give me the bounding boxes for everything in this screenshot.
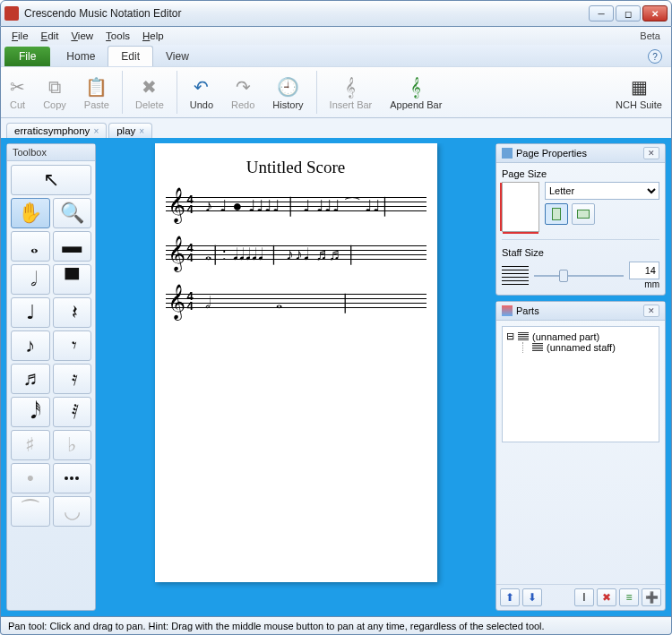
close-tab-icon[interactable]: × <box>93 126 99 136</box>
ribbon-tab-home[interactable]: Home <box>54 47 108 66</box>
quarter-rest-tool[interactable]: 𝄽 <box>53 297 92 328</box>
menu-edit[interactable]: Edit <box>36 30 65 42</box>
minimize-button[interactable]: ─ <box>589 5 614 21</box>
thirtysecond-rest-tool[interactable]: 𝅀 <box>53 397 92 427</box>
copy-icon: ⧉ <box>48 74 61 99</box>
maximize-button[interactable]: ◻ <box>616 5 641 21</box>
rename-button[interactable]: I <box>574 588 594 606</box>
flat-tool[interactable]: ♭ <box>53 430 92 460</box>
ribbon-body: ✂Cut ⧉Copy 📋Paste ✖Delete ↶Undo ↷Redo 🕘H… <box>1 66 671 118</box>
parts-tree[interactable]: ⊟(unnamed part) (unnamed staff) <box>502 326 659 442</box>
half-rest-tool[interactable]: ▀ <box>53 264 92 295</box>
tie-tool[interactable]: ⁀ <box>11 496 50 527</box>
cut-button[interactable]: ✂Cut <box>1 67 34 117</box>
pan-tool[interactable]: ✋ <box>11 198 50 228</box>
thirtysecond-note-tool[interactable]: 𝅘𝅥𝅰 <box>11 397 50 427</box>
delete-button[interactable]: ✖Delete <box>126 67 173 117</box>
doc-tab-erraticsymphony[interactable]: erraticsymphony× <box>6 123 107 138</box>
menu-view[interactable]: View <box>65 30 99 42</box>
app-icon <box>4 6 19 21</box>
doc-tab-play[interactable]: play× <box>108 123 152 138</box>
paste-button[interactable]: 📋Paste <box>75 67 118 117</box>
sixteenth-rest-tool[interactable]: 𝄿 <box>53 364 92 394</box>
history-button[interactable]: 🕘History <box>263 67 312 117</box>
insert-bar-button[interactable]: 𝄞Insert Bar <box>321 67 382 117</box>
time-signature: 44 <box>187 243 194 262</box>
parts-toolbar: ⬆ ⬇ I ✖ ≡ ➕ <box>496 584 665 610</box>
eighth-rest-tool[interactable]: 𝄾 <box>53 330 92 361</box>
staff-size-input[interactable]: 14 <box>629 262 659 279</box>
scissors-icon: ✂ <box>10 74 25 99</box>
sharp-tool[interactable]: ♯ <box>11 430 50 460</box>
history-icon: 🕘 <box>277 74 299 99</box>
portrait-button[interactable] <box>545 203 568 225</box>
copy-button[interactable]: ⧉Copy <box>34 67 75 117</box>
toolbox-panel: Toolbox ↖ ✋ 🔍 𝅝 ▬ 𝅗𝅥 ▀ ♩ 𝄽 ♪ 𝄾 ♬ 𝄿 𝅘𝅥𝅰 𝅀… <box>6 143 96 611</box>
score-page: Untitled Score 𝄞 44 ♪ ♩ ● ♩♩♩♩ │ ♩ ♩♩♩ ⁀… <box>155 143 437 582</box>
sixteenth-note-tool[interactable]: ♬ <box>11 364 50 394</box>
undo-icon: ↶ <box>194 74 209 99</box>
add-part-button[interactable]: ➕ <box>642 588 661 606</box>
zoom-tool[interactable]: 🔍 <box>53 198 92 228</box>
toolbox-title: Toolbox <box>7 144 95 161</box>
treble-clef-icon: 𝄞 <box>168 285 185 320</box>
undo-button[interactable]: ↶Undo <box>181 67 222 117</box>
ribbon-tabs: File Home Edit View ? <box>1 45 671 66</box>
treble-clef-icon: 𝄞 <box>168 236 185 271</box>
triplet-tool[interactable] <box>53 463 92 493</box>
redo-icon: ↷ <box>236 74 251 99</box>
separator <box>177 71 177 114</box>
page-size-select[interactable]: Letter <box>545 182 659 200</box>
redo-button[interactable]: ↷Redo <box>222 67 263 117</box>
tree-part-item[interactable]: ⊟(unnamed part) <box>506 330 655 342</box>
pointer-tool[interactable]: ↖ <box>11 165 91 195</box>
move-up-button[interactable]: ⬆ <box>500 588 520 606</box>
notes: 𝅝 │: ♩♩♩♩♩ │ ♪♪♩ ♬♬ │ <box>205 235 423 274</box>
move-down-button[interactable]: ⬇ <box>522 588 542 606</box>
panel-close-button[interactable]: ✕ <box>643 305 659 317</box>
whole-rest-tool[interactable]: ▬ <box>53 231 92 262</box>
panel-title: Parts <box>516 305 539 316</box>
dot-tool[interactable]: • <box>11 463 50 493</box>
close-button[interactable]: ✕ <box>642 5 668 21</box>
page-properties-panel: Page Properties ✕ Page Size Letter <box>495 143 666 296</box>
collapse-icon[interactable]: ⊟ <box>506 330 514 342</box>
staff-size-slider[interactable] <box>534 268 624 284</box>
slur-tool[interactable]: ◡ <box>53 496 92 527</box>
panel-close-button[interactable]: ✕ <box>643 147 659 159</box>
workspace: Toolbox ↖ ✋ 🔍 𝅝 ▬ 𝅗𝅥 ▀ ♩ 𝄽 ♪ 𝄾 ♬ 𝄿 𝅘𝅥𝅰 𝅀… <box>0 138 672 617</box>
landscape-button[interactable] <box>572 203 595 225</box>
ribbon-tab-edit[interactable]: Edit <box>108 46 153 66</box>
half-note-tool[interactable]: 𝅗𝅥 <box>11 264 50 295</box>
notes: 𝅗𝅥 𝅝 │ <box>205 283 423 322</box>
staff-row: 𝄞 44 𝅝 │: ♩♩♩♩♩ │ ♪♪♩ ♬♬ │ <box>166 235 426 274</box>
ribbon-help-icon[interactable]: ? <box>648 49 662 64</box>
part-icon <box>518 332 529 341</box>
add-staff-button[interactable]: ≡ <box>619 588 639 606</box>
ribbon-file-tab[interactable]: File <box>4 47 50 66</box>
time-signature: 44 <box>187 291 194 311</box>
append-bar-button[interactable]: 𝄞Append Bar <box>381 67 451 117</box>
score-canvas[interactable]: Untitled Score 𝄞 44 ♪ ♩ ● ♩♩♩♩ │ ♩ ♩♩♩ ⁀… <box>101 143 490 611</box>
delete-part-button[interactable]: ✖ <box>597 588 616 606</box>
parts-panel: Parts ✕ ⊟(unnamed part) (unnamed staff) … <box>495 301 666 611</box>
whole-note-tool[interactable]: 𝅝 <box>11 231 50 262</box>
staff-row: 𝄞 44 ♪ ♩ ● ♩♩♩♩ │ ♩ ♩♩♩ ⁀ ♩♩│ <box>166 186 426 226</box>
page-icon <box>502 148 513 159</box>
tree-staff-item[interactable]: (unnamed staff) <box>522 342 655 353</box>
menu-tools[interactable]: Tools <box>100 30 135 42</box>
quarter-note-tool[interactable]: ♩ <box>11 297 50 328</box>
ribbon: File Home Edit View ? ✂Cut ⧉Copy 📋Paste … <box>0 45 672 118</box>
menu-help[interactable]: Help <box>137 30 169 42</box>
eighth-note-tool[interactable]: ♪ <box>11 330 50 361</box>
page-thumbnail <box>502 182 539 232</box>
close-tab-icon[interactable]: × <box>139 126 144 136</box>
menu-file[interactable]: File <box>6 30 34 42</box>
menubar: File Edit View Tools Help Beta <box>0 27 672 45</box>
panel-title: Page Properties <box>516 148 587 159</box>
document-tabs: erraticsymphony× play× <box>0 118 672 138</box>
ribbon-tab-view[interactable]: View <box>153 47 202 66</box>
staff-row: 𝄞 44 𝅗𝅥 𝅝 │ <box>166 283 426 322</box>
window-title: Crescendo Music Notation Editor <box>24 7 589 20</box>
nch-suite-button[interactable]: ▦NCH Suite <box>607 67 671 117</box>
